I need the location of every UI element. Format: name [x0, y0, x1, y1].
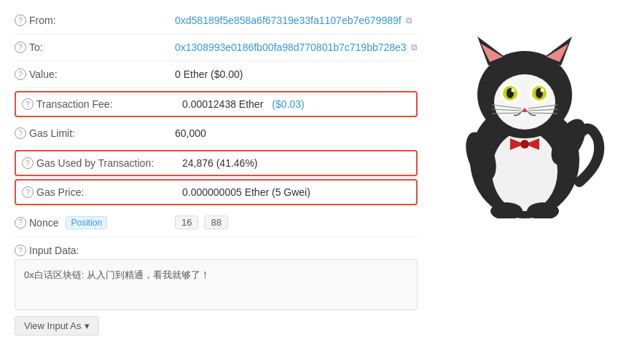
- gas-used-value: 24,876 (41.46%): [182, 157, 258, 169]
- input-data-row: ? Input Data: 0x白话区块链: 从入门到精通，看我就够了！ Vie…: [15, 237, 418, 343]
- tx-fee-value: 0.00012438 Ether: [182, 98, 263, 110]
- svg-point-7: [494, 74, 555, 130]
- gas-used-label: Gas Used by Transaction:: [36, 157, 154, 169]
- gas-price-label: Gas Price:: [36, 186, 84, 198]
- to-help-icon[interactable]: ?: [15, 41, 26, 53]
- from-copy-icon[interactable]: ⧉: [406, 15, 412, 25]
- to-copy-icon[interactable]: ⧉: [411, 42, 418, 52]
- to-address-value: 0x1308993e0186fb00fa98d770801b7c719bb728…: [175, 41, 407, 53]
- value-label: Value:: [29, 68, 58, 80]
- svg-point-15: [541, 89, 544, 92]
- nonce-row: ? Nonce Position 16 88: [15, 208, 418, 237]
- tx-fee-usd: ($0.03): [272, 98, 304, 110]
- view-input-as-button[interactable]: View Input As ▾: [15, 316, 99, 336]
- nonce-help-icon[interactable]: ?: [15, 217, 26, 229]
- to-address-link[interactable]: 0x1308993e0186fb00fa98d770801b7c719bb728…: [175, 41, 418, 53]
- nonce-values: 16 88: [175, 215, 418, 229]
- value-help-icon[interactable]: ?: [15, 68, 26, 80]
- transaction-fee-row: ? Transaction Fee: 0.00012438 Ether ($0.…: [15, 91, 418, 117]
- svg-point-14: [512, 89, 515, 92]
- gas-limit-label: Gas Limit:: [29, 127, 75, 139]
- from-label: From:: [29, 15, 56, 26]
- tx-fee-label: Transaction Fee:: [36, 98, 113, 110]
- from-address-value: 0xd58189f5e858a6f67319e33fa1107eb7e67998…: [175, 15, 402, 26]
- gas-price-help-icon[interactable]: ?: [22, 186, 34, 198]
- cat-illustration: [437, 15, 612, 218]
- from-help-icon[interactable]: ?: [15, 15, 26, 26]
- cat-illustration-panel: [432, 7, 618, 343]
- svg-point-31: [520, 140, 529, 149]
- to-row: ? To: 0x1308993e0186fb00fa98d770801b7c71…: [15, 34, 418, 61]
- view-input-as-arrow: ▾: [85, 320, 90, 331]
- input-data-label: Input Data:: [29, 245, 79, 256]
- nonce-position-badge: Position: [66, 216, 107, 229]
- input-data-content: 0x白话区块链: 从入门到精通，看我就够了！: [15, 259, 418, 310]
- input-data-help-icon[interactable]: ?: [15, 245, 26, 256]
- gas-limit-value: 60,000: [175, 127, 206, 139]
- value-row: ? Value: 0 Ether ($0.00): [15, 61, 418, 88]
- gas-price-row: ? Gas Price: 0.000000005 Ether (5 Gwei): [15, 179, 418, 205]
- gas-used-help-icon[interactable]: ?: [22, 157, 34, 169]
- gas-used-row: ? Gas Used by Transaction: 24,876 (41.46…: [15, 150, 418, 176]
- view-input-as-label: View Input As: [24, 320, 82, 331]
- from-address-link[interactable]: 0xd58189f5e858a6f67319e33fa1107eb7e67998…: [175, 15, 418, 26]
- tx-fee-help-icon[interactable]: ?: [22, 98, 34, 110]
- nonce-label: Nonce: [29, 217, 58, 229]
- gas-price-value: 0.000000005 Ether (5 Gwei): [182, 186, 310, 198]
- value-amount: 0 Ether ($0.00): [175, 68, 243, 80]
- gas-limit-help-icon[interactable]: ?: [15, 127, 26, 139]
- to-label: To:: [29, 41, 43, 53]
- nonce-val1: 16: [175, 215, 198, 229]
- svg-point-28: [560, 121, 567, 127]
- from-row: ? From: 0xd58189f5e858a6f67319e33fa1107e…: [15, 7, 418, 34]
- nonce-val2: 88: [204, 215, 227, 229]
- gas-limit-row: ? Gas Limit: 60,000: [15, 120, 418, 147]
